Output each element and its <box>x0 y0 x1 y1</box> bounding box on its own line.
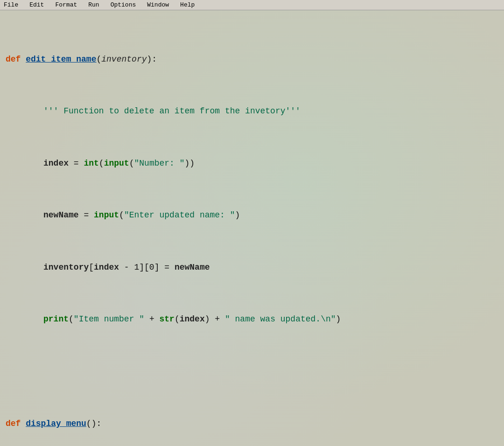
code-line-7: def display_menu(): <box>6 418 498 431</box>
code-line-3: index = int(input("Number: ")) <box>6 157 498 170</box>
menu-format[interactable]: Format <box>53 1 79 8</box>
menu-edit[interactable]: Edit <box>28 1 46 8</box>
menu-file[interactable]: File <box>2 1 20 8</box>
menu-window[interactable]: Window <box>145 1 171 8</box>
code-line-5: inventory[index - 1][0] = newName <box>6 261 498 274</box>
menu-help[interactable]: Help <box>178 1 196 8</box>
menubar[interactable]: File Edit Format Run Options Window Help <box>0 0 504 10</box>
code-editor[interactable]: def edit_item_name(inventory): ''' Funct… <box>0 10 504 446</box>
code-line-2: ''' Function to delete an item from the … <box>6 105 498 118</box>
menu-options[interactable]: Options <box>109 1 138 8</box>
code-line-blank1 <box>6 365 498 378</box>
code-line-6: print("Item number " + str(index) + " na… <box>6 313 498 326</box>
code-line-4: newName = input("Enter updated name: ") <box>6 209 498 222</box>
editor-window: File Edit Format Run Options Window Help… <box>0 0 504 446</box>
code-line-1: def edit_item_name(inventory): <box>6 53 498 66</box>
menu-run[interactable]: Run <box>86 1 101 8</box>
